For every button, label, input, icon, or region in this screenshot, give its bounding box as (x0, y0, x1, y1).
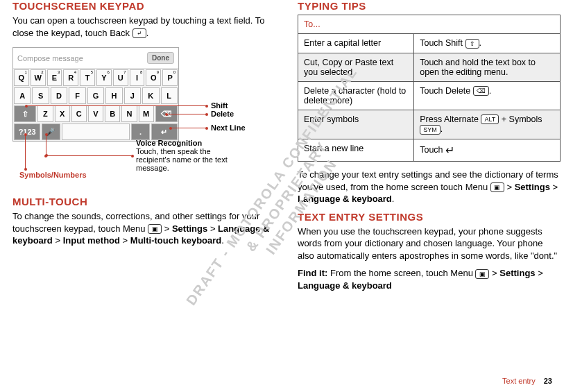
key-P[interactable]: P0 (162, 69, 178, 86)
callout-voice: Voice Recognition Touch, then speak the … (136, 139, 240, 172)
heading-typing-tips: TYPING TIPS (298, 0, 561, 12)
shift-key[interactable]: ⇧ (14, 105, 36, 122)
table-row: Enter symbolsPress Alternate ALT + Symbo… (298, 110, 561, 139)
key-H[interactable]: H (105, 87, 122, 104)
key-L[interactable]: L (161, 87, 178, 104)
compose-input[interactable]: Compose message (17, 54, 147, 62)
menu-icon: ▣ (475, 269, 489, 279)
enter-icon: ↵ (445, 144, 454, 156)
keypad: Compose message Done Q1W2E3R4T5Y6U7I8O9P… (12, 47, 179, 142)
callout-next-line: Next Line (211, 123, 246, 132)
key-J[interactable]: J (124, 87, 141, 104)
key-G[interactable]: G (87, 87, 104, 104)
key-M[interactable]: M (139, 105, 154, 122)
key-N[interactable]: N (121, 105, 137, 122)
back-icon: ⤶ (132, 28, 146, 38)
callout-symbols: Symbols/Numbers (19, 171, 87, 179)
key-E[interactable]: E3 (47, 69, 62, 86)
key-Z[interactable]: Z (37, 105, 53, 122)
heading-touchscreen-keypad: TOUCHSCREEN KEYPAD (12, 0, 275, 12)
key-A[interactable]: A (14, 87, 31, 104)
key-W[interactable]: W2 (31, 69, 46, 86)
key-C[interactable]: C (71, 105, 87, 122)
period-key[interactable]: . (131, 123, 149, 140)
table-row: Delete a character (hold to delete more)… (298, 81, 561, 110)
inline-icon: ⇧ (465, 39, 479, 49)
dictionary-text: To change your text entry settings and s… (298, 169, 561, 205)
heading-text-entry-settings: TEXT ENTRY SETTINGS (298, 211, 561, 223)
multitouch-text: To change the sounds, corrections, and o… (12, 210, 275, 247)
callout-delete: Delete (211, 110, 234, 118)
inline-icon: ⌫ (473, 86, 489, 96)
key-Y[interactable]: Y6 (96, 69, 112, 86)
table-row: Start a new lineTouch ↵ (298, 139, 561, 162)
key-V[interactable]: V (88, 105, 103, 122)
tips-table: To... Enter a capital letterTouch Shift … (298, 15, 561, 162)
menu-icon: ▣ (148, 224, 162, 234)
key-X[interactable]: X (55, 105, 70, 122)
key-D[interactable]: D (51, 87, 67, 104)
key-U[interactable]: U7 (113, 69, 128, 86)
space-key[interactable] (62, 123, 130, 140)
done-button[interactable]: Done (147, 52, 174, 64)
key-T[interactable]: T5 (80, 69, 95, 86)
callout-shift: Shift (211, 101, 228, 110)
enter-key[interactable]: ↵ (151, 123, 178, 140)
table-row: Enter a capital letterTouch Shift ⇧. (298, 34, 561, 53)
key-F[interactable]: F (69, 87, 85, 104)
find-it: Find it: From the home screen, touch Men… (298, 267, 561, 291)
key-R[interactable]: R4 (63, 69, 78, 86)
page-footer: Text entry23 (502, 377, 552, 385)
inline-icon: SYM (420, 125, 441, 135)
table-row: Cut, Copy or Paste text you selectedTouc… (298, 53, 561, 81)
key-O[interactable]: O9 (146, 69, 161, 86)
key-S[interactable]: S (32, 87, 49, 104)
tips-header: To... (298, 15, 561, 34)
inline-icon: ALT (481, 114, 499, 124)
touchscreen-intro: You can open a touchscreen keypad by tou… (12, 15, 275, 39)
key-K[interactable]: K (142, 87, 159, 104)
mic-key[interactable]: 🎤 (42, 123, 60, 140)
symbols-key[interactable]: ?123 (14, 123, 40, 140)
key-Q[interactable]: Q1 (14, 69, 29, 86)
menu-icon: ▣ (490, 182, 504, 192)
key-B[interactable]: B (105, 105, 120, 122)
key-I[interactable]: I8 (130, 69, 145, 86)
heading-multitouch: MULTI-TOUCH (12, 196, 275, 207)
text-entry-desc: When you use the touchscreen keypad, you… (298, 225, 561, 262)
